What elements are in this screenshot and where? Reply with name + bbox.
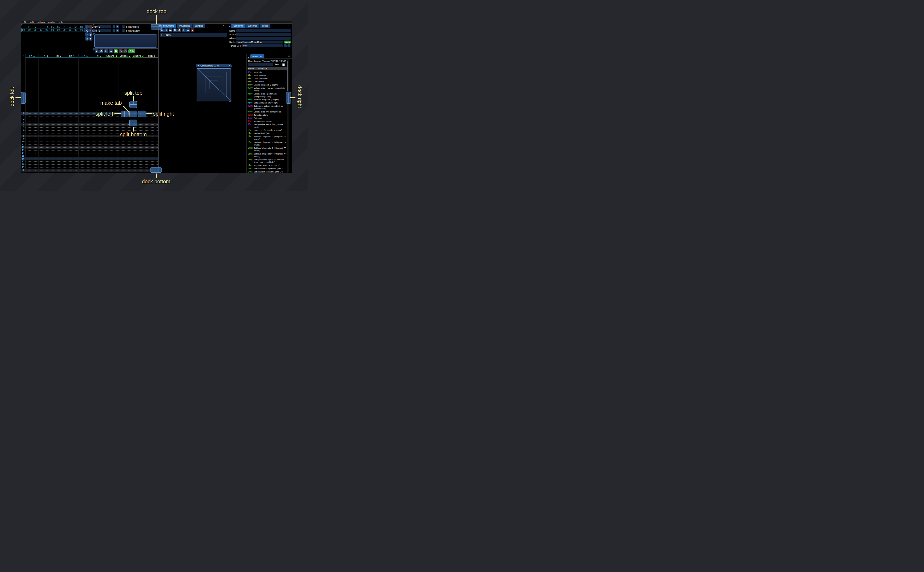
effect-row[interactable]: 0FxxSet speed (speed 2 if no grooves exi… bbox=[248, 123, 288, 128]
collapse-icon[interactable] bbox=[197, 65, 199, 67]
step-decrease-button[interactable]: - bbox=[112, 29, 115, 32]
song-info-close-icon[interactable]: × bbox=[288, 24, 290, 27]
step-one-row-button[interactable] bbox=[109, 49, 113, 53]
effect-row[interactable]: 11xxSet feedback (0 to 7) bbox=[248, 132, 288, 135]
order-cell[interactable]: 00 bbox=[73, 29, 79, 31]
orders-corner-wedge[interactable] bbox=[21, 23, 23, 26]
effect-row[interactable]: 00xyArpeggio bbox=[248, 71, 288, 74]
open-instrument-button[interactable] bbox=[169, 28, 172, 32]
order-cell[interactable]: 00 bbox=[79, 29, 84, 31]
effect-row[interactable]: 13xxSet level of operator 2 (0 highest, … bbox=[248, 141, 288, 146]
menu-help[interactable]: help bbox=[57, 21, 64, 23]
pattern-row[interactable]: 21 bbox=[21, 172, 158, 173]
octave-input[interactable]: 3 bbox=[98, 25, 111, 28]
follow-pattern-checkbox[interactable] bbox=[122, 29, 125, 32]
step-input[interactable]: 1 bbox=[98, 29, 111, 32]
menu-file[interactable]: file bbox=[23, 21, 28, 23]
order-row-index[interactable]: 00 bbox=[21, 29, 26, 31]
effect-list-close-icon[interactable]: × bbox=[288, 55, 290, 58]
effect-table[interactable]: 00xyArpeggio01xxPitch slide up02xxPitch … bbox=[248, 71, 288, 173]
instrument-list-mode-button[interactable] bbox=[178, 28, 181, 32]
tab-subsongs[interactable]: Subsongs bbox=[245, 23, 259, 28]
duplicate-order-button[interactable] bbox=[85, 29, 89, 33]
menu-settings[interactable]: settings bbox=[36, 21, 46, 23]
follow-orders-checkbox[interactable] bbox=[122, 25, 125, 28]
repeat-pattern-button[interactable] bbox=[123, 49, 128, 53]
effect-row[interactable]: 01xxPitch slide up bbox=[248, 74, 288, 77]
order-cell[interactable]: 00 bbox=[55, 29, 61, 31]
play-one-row-button[interactable] bbox=[104, 49, 108, 53]
oscilloscope-window[interactable]: Oscilloscope (X-Y) × bbox=[196, 64, 232, 102]
octave-increase-button[interactable]: + bbox=[116, 25, 119, 28]
effect-row[interactable]: 0AxyVolume slide (0y: down; x0: up) bbox=[248, 110, 288, 113]
tab-song-info[interactable]: Song Info bbox=[231, 23, 245, 28]
deep-clone-order-button[interactable] bbox=[85, 37, 89, 40]
pattern-row[interactable]: 15 bbox=[21, 154, 158, 157]
order-cell[interactable]: 00 bbox=[44, 29, 50, 31]
tab-speed[interactable]: Speed bbox=[260, 23, 270, 28]
tuning-increase-button[interactable]: + bbox=[287, 44, 290, 47]
menu-window[interactable]: window bbox=[47, 21, 57, 23]
oscilloscope-titlebar[interactable]: Oscilloscope (X-Y) × bbox=[196, 64, 232, 67]
metronome-button[interactable] bbox=[118, 49, 123, 53]
effect-row[interactable]: 09xxSet groove pattern (speed 1 if no gr… bbox=[248, 105, 288, 110]
move-instrument-down-button[interactable] bbox=[186, 28, 190, 32]
pattern-row[interactable]: 13 bbox=[21, 149, 158, 152]
song-info-tablist-icon[interactable] bbox=[229, 25, 231, 29]
pattern-row[interactable]: 1 bbox=[21, 115, 158, 118]
effect-row[interactable]: 0DxxJump to next pattern bbox=[248, 120, 288, 123]
delete-instrument-button[interactable] bbox=[191, 28, 195, 32]
effect-row[interactable]: 02xxPitch slide down bbox=[248, 77, 288, 80]
tab-samples[interactable]: Samples bbox=[193, 23, 205, 28]
pattern-row[interactable]: 4 bbox=[21, 123, 158, 126]
step-button[interactable]: Step bbox=[91, 29, 98, 32]
effect-row[interactable]: 08xySet panning (x: left; y: right) bbox=[248, 102, 288, 104]
poly-toggle-button[interactable]: Poly bbox=[128, 49, 135, 53]
effect-row[interactable]: 10xySetup LFO (x: enable; y: speed) bbox=[248, 129, 288, 132]
input-pad[interactable] bbox=[94, 34, 157, 48]
oscilloscope-close-icon[interactable]: × bbox=[229, 64, 231, 67]
tab-instruments[interactable]: Instruments bbox=[160, 23, 176, 28]
menu-edit[interactable]: edit bbox=[29, 21, 35, 23]
pattern-row[interactable]: 9 bbox=[21, 137, 158, 140]
dock-left-target[interactable] bbox=[21, 92, 26, 104]
author-input[interactable] bbox=[236, 33, 291, 36]
resize-grip[interactable] bbox=[229, 99, 231, 102]
effect-row[interactable]: 19xxSet attack of all operators (0 to 1F… bbox=[248, 168, 288, 170]
pattern-row[interactable]: 12 bbox=[21, 146, 158, 149]
move-order-down-button[interactable] bbox=[85, 33, 89, 37]
instrument-list-item[interactable]: - None - bbox=[160, 33, 227, 37]
effect-row[interactable]: 07xyTremolo (x: speed; y: depth) bbox=[248, 98, 288, 101]
system-auto-button[interactable]: Auto bbox=[284, 40, 291, 44]
pattern-row[interactable]: 2 bbox=[21, 118, 158, 120]
order-cell[interactable]: 00 bbox=[67, 29, 73, 31]
effect-row[interactable]: 04xyVibrato (x: speed; y: depth) bbox=[248, 84, 288, 86]
effect-row[interactable]: 06xyVolume slide + portamento (compatibi… bbox=[248, 93, 288, 98]
effect-row[interactable]: 15xxSet level of operator 4 (0 highest, … bbox=[248, 152, 288, 158]
pattern-row[interactable]: 17 bbox=[21, 160, 158, 163]
order-edit-mode-button[interactable] bbox=[89, 37, 93, 40]
pattern-options-corner[interactable]: ++ bbox=[21, 54, 24, 58]
order-cell[interactable]: 00 bbox=[32, 29, 38, 31]
play-from-cursor-button[interactable] bbox=[100, 49, 103, 53]
pattern-row[interactable]: 19 bbox=[21, 166, 158, 169]
pattern-row[interactable]: 14 bbox=[21, 152, 158, 154]
split-right-target[interactable] bbox=[138, 110, 146, 117]
pattern-row[interactable]: 5 bbox=[21, 126, 158, 129]
asset-panel-close-icon[interactable]: × bbox=[223, 24, 224, 27]
pattern-row[interactable]: 11 bbox=[21, 143, 158, 146]
order-cell[interactable]: 00 bbox=[61, 29, 67, 31]
pattern-row[interactable]: 3 bbox=[21, 120, 158, 123]
effect-row[interactable]: 0BxxJump to pattern bbox=[248, 114, 288, 117]
effect-row[interactable]: 03xxPortamento bbox=[248, 81, 288, 83]
album-input[interactable] bbox=[236, 37, 291, 40]
effect-row[interactable]: 16xySet operator multiplier (x: operator… bbox=[248, 159, 288, 164]
tuning-input[interactable]: 440 bbox=[242, 44, 283, 47]
effect-row[interactable]: 17xxToggle PCM mode (LEGACY) bbox=[248, 164, 288, 167]
split-top-target[interactable] bbox=[129, 101, 137, 108]
split-left-target[interactable] bbox=[121, 110, 128, 117]
effect-search-input[interactable] bbox=[248, 63, 273, 66]
step-increase-button[interactable]: + bbox=[116, 29, 119, 32]
effect-list-menu-button[interactable] bbox=[282, 63, 285, 66]
pattern-row[interactable]: 16 bbox=[21, 157, 158, 160]
